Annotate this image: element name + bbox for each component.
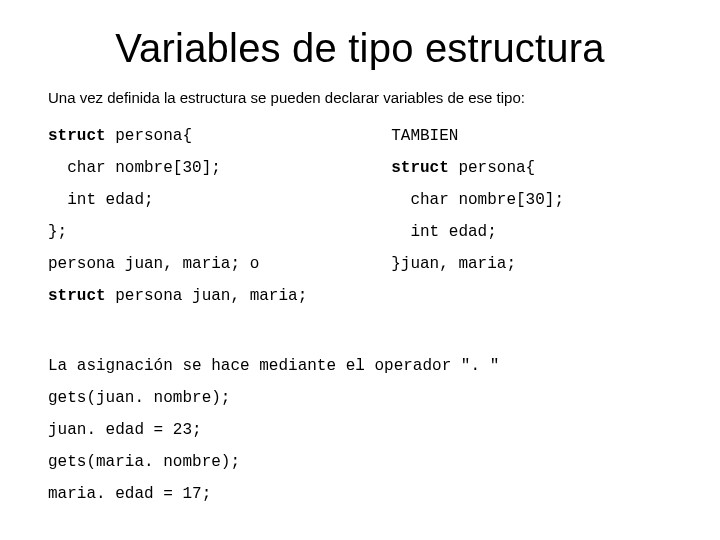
kw-struct: struct	[48, 127, 106, 145]
code-line: persona{	[449, 159, 535, 177]
code-line: int edad;	[391, 223, 497, 241]
code-line: char nombre[30];	[48, 159, 221, 177]
code-line: TAMBIEN	[391, 127, 458, 145]
slide-title: Variables de tipo estructura	[48, 26, 672, 71]
intro-text: Una vez definida la estructura se pueden…	[48, 89, 672, 106]
columns: struct persona{ char nombre[30]; int eda…	[48, 120, 672, 312]
code-left: struct persona{ char nombre[30]; int eda…	[48, 120, 391, 312]
code-bottom: La asignación se hace mediante el operad…	[48, 318, 672, 510]
kw-struct: struct	[48, 287, 106, 305]
code-right: TAMBIEN struct persona{ char nombre[30];…	[391, 120, 672, 312]
code-line: }juan, maria;	[391, 255, 516, 273]
code-line: persona{	[106, 127, 192, 145]
code-line: persona juan, maria;	[106, 287, 308, 305]
code-line: La asignación se hace mediante el operad…	[48, 357, 499, 375]
code-line: };	[48, 223, 67, 241]
code-line: gets(juan. nombre);	[48, 389, 230, 407]
code-line: gets(maria. nombre);	[48, 453, 240, 471]
code-line: persona juan, maria; o	[48, 255, 259, 273]
kw-struct: struct	[391, 159, 449, 177]
slide: Variables de tipo estructura Una vez def…	[0, 0, 720, 540]
code-line: char nombre[30];	[391, 191, 564, 209]
code-line: juan. edad = 23;	[48, 421, 202, 439]
code-line: int edad;	[48, 191, 154, 209]
code-line: maria. edad = 17;	[48, 485, 211, 503]
